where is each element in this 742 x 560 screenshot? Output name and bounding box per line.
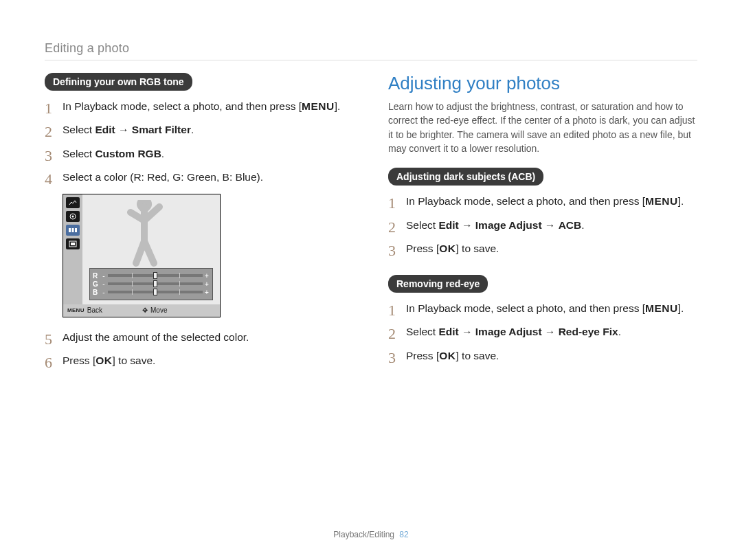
slider-label-b: B — [93, 289, 101, 296]
section-heading: Adjusting your photos — [388, 73, 697, 94]
left-column: Defining your own RGB tone In Playback m… — [45, 73, 354, 377]
illus-footer: MENU Back ✥ Move — [63, 304, 220, 317]
step-text: Select — [406, 219, 438, 231]
step-text: ]. — [335, 100, 341, 112]
menu-path-redeye-fix: Red-eye Fix — [559, 326, 618, 337]
slider-track — [108, 274, 203, 277]
plus-icon: + — [204, 272, 210, 280]
step-3: Press [OK] to save. — [388, 348, 697, 363]
right-column: Adjusting your photos Learn how to adjus… — [388, 73, 697, 377]
step-text: ] to save. — [456, 243, 499, 254]
minus-icon: - — [101, 289, 106, 296]
rgb-slider-panel: R - + G - + B - — [89, 268, 213, 300]
sidebar-icon-2 — [66, 211, 80, 222]
step-text: Press [ — [406, 350, 439, 361]
svg-point-8 — [139, 203, 149, 213]
menu-button-label: MENU — [302, 100, 335, 112]
person-silhouette — [110, 200, 179, 269]
step-text: Select a color (R: Red, G: Green, B: Blu… — [63, 171, 263, 183]
menu-icon-label: MENU — [67, 307, 85, 313]
sidebar-icon-4 — [66, 238, 80, 249]
steps-rgb-first: In Playback mode, select a photo, and th… — [45, 99, 354, 186]
step-3: Press [OK] to save. — [388, 241, 697, 256]
illus-main: R - + G - + B - — [82, 194, 220, 304]
step-text: Press [ — [406, 243, 439, 254]
slider-track — [108, 291, 203, 293]
move-icon: ✥ — [142, 307, 148, 314]
step-text: . — [581, 219, 584, 231]
arrow-icon: → — [542, 219, 559, 231]
menu-path-edit: Edit — [438, 219, 458, 231]
step-2: Select Edit → Image Adjust → Red-eye Fix… — [388, 324, 697, 339]
step-3: Select Custom RGB. — [45, 146, 354, 161]
ok-button-label: OK — [439, 243, 456, 254]
step-text: . — [618, 326, 621, 337]
slider-row-b: B - + — [93, 289, 210, 296]
steps-rgb-second: Adjust the amount of the selected color.… — [45, 330, 354, 369]
svg-rect-0 — [69, 199, 77, 206]
step-text: In Playback mode, select a photo, and th… — [63, 100, 302, 112]
menu-path-custom-rgb: Custom RGB — [95, 148, 161, 159]
step-2: Select Edit → Image Adjust → ACB. — [388, 218, 697, 233]
illus-footer-move: ✥ Move — [138, 306, 171, 314]
svg-rect-5 — [75, 228, 77, 232]
svg-rect-3 — [69, 228, 71, 232]
slider-row-g: G - + — [93, 280, 210, 288]
arrow-icon: → — [115, 124, 132, 135]
menu-path-acb: ACB — [559, 219, 582, 231]
section-pill-rgb: Defining your own RGB tone — [45, 73, 192, 91]
step-text: Select — [63, 124, 95, 135]
svg-rect-7 — [71, 243, 75, 245]
step-text: Select — [406, 326, 438, 337]
step-6: Press [OK] to save. — [45, 353, 354, 368]
slider-label-g: G — [93, 280, 101, 288]
steps-acb: In Playback mode, select a photo, and th… — [388, 194, 697, 256]
page-footer: Playback/Editing 82 — [0, 530, 742, 539]
menu-path-image-adjust: Image Adjust — [475, 219, 542, 231]
menu-path-edit: Edit — [438, 326, 458, 337]
menu-button-label: MENU — [645, 195, 678, 207]
menu-path-edit: Edit — [95, 124, 115, 135]
manual-page: Editing a photo Defining your own RGB to… — [0, 0, 742, 560]
back-label: Back — [87, 306, 102, 314]
slider-thumb — [153, 280, 157, 287]
slider-thumb — [153, 272, 157, 279]
footer-section: Playback/Editing — [333, 530, 394, 539]
step-1: In Playback mode, select a photo, and th… — [388, 194, 697, 209]
step-text: In Playback mode, select a photo, and th… — [406, 195, 645, 207]
step-5: Adjust the amount of the selected color. — [45, 330, 354, 345]
step-text: In Playback mode, select a photo, and th… — [406, 302, 645, 314]
section-intro: Learn how to adjust the brightness, cont… — [388, 100, 697, 155]
step-1: In Playback mode, select a photo, and th… — [45, 99, 354, 114]
step-text: ] to save. — [456, 350, 499, 361]
divider — [45, 60, 697, 60]
two-column-layout: Defining your own RGB tone In Playback m… — [45, 73, 697, 377]
section-pill-redeye: Removing red-eye — [388, 275, 488, 293]
arrow-icon: → — [459, 219, 475, 231]
move-label: Move — [150, 306, 167, 314]
step-2: Select Edit → Smart Filter. — [45, 122, 354, 137]
step-text: Adjust the amount of the selected color. — [63, 331, 249, 343]
step-text: Press [ — [63, 355, 95, 366]
slider-row-r: R - + — [93, 272, 210, 280]
step-text: . — [191, 124, 194, 135]
step-text: Select — [63, 148, 95, 159]
menu-path-image-adjust: Image Adjust — [475, 326, 542, 337]
minus-icon: - — [101, 272, 106, 280]
ok-button-label: OK — [439, 350, 456, 361]
plus-icon: + — [204, 289, 210, 296]
sidebar-icon-3 — [66, 225, 80, 236]
section-pill-acb: Adjusting dark subjects (ACB) — [388, 168, 543, 186]
menu-button-label: MENU — [645, 302, 678, 314]
svg-point-2 — [72, 215, 74, 217]
menu-path-smart-filter: Smart Filter — [132, 124, 191, 135]
plus-icon: + — [204, 280, 210, 288]
svg-rect-4 — [72, 228, 74, 232]
steps-redeye: In Playback mode, select a photo, and th… — [388, 301, 697, 363]
ok-button-label: OK — [95, 355, 112, 366]
step-text: . — [161, 148, 164, 159]
step-text: ]. — [678, 302, 684, 314]
step-1: In Playback mode, select a photo, and th… — [388, 301, 697, 316]
step-4: Select a color (R: Red, G: Green, B: Blu… — [45, 170, 354, 185]
page-number: 82 — [399, 530, 408, 539]
